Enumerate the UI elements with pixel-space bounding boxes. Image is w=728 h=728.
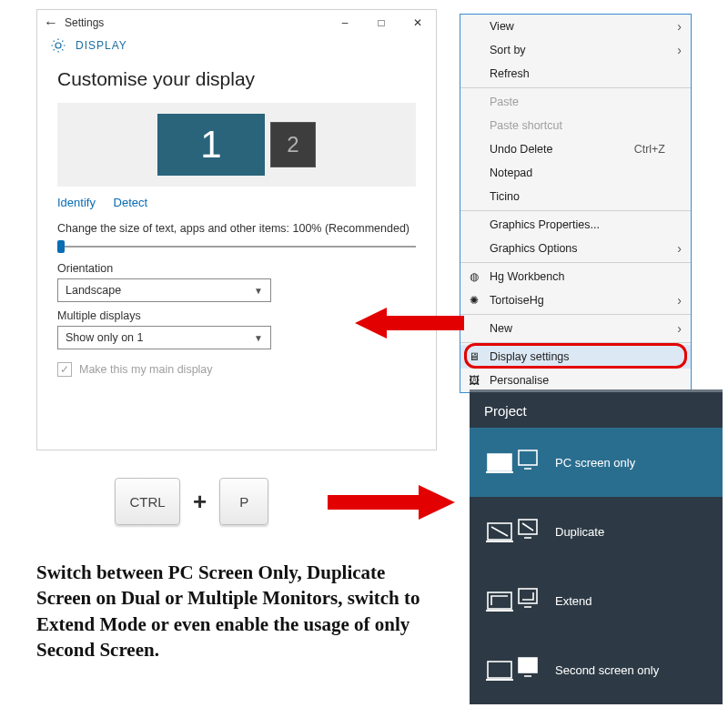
keyboard-shortcut: CTRL + P (115, 478, 268, 525)
context-item-label: Notepad (490, 167, 532, 179)
context-item-label: Refresh (490, 67, 530, 80)
context-item-graphics-properties-[interactable]: Graphics Properties... (460, 213, 691, 237)
svg-rect-2 (488, 454, 511, 470)
context-item-label: New (490, 322, 512, 335)
identify-link[interactable]: Identify (57, 196, 96, 209)
back-button[interactable]: ← (37, 15, 65, 31)
orientation-value: Landscape (66, 284, 121, 297)
page-heading: Customise your display (57, 68, 416, 90)
context-item-label: Undo Delete (490, 143, 553, 156)
projection-icon (486, 654, 539, 685)
tortoise-icon: ✺ (466, 294, 482, 307)
svg-rect-4 (519, 450, 537, 465)
gear-icon (50, 37, 66, 54)
scale-slider[interactable] (57, 240, 416, 253)
project-option-second-screen-only[interactable]: Second screen only (470, 635, 723, 704)
chevron-right-icon: › (677, 19, 682, 34)
svg-line-10 (522, 523, 533, 531)
close-button[interactable]: ✕ (399, 16, 436, 29)
context-item-label: Paste (490, 96, 519, 108)
titlebar: ← Settings – □ ✕ (37, 10, 436, 35)
multiple-displays-value: Show only on 1 (66, 331, 143, 344)
project-option-label: Second screen only (555, 663, 659, 677)
instruction-caption: Switch between PC Screen Only, Duplicate… (36, 560, 437, 662)
orientation-label: Orientation (57, 262, 416, 275)
project-option-label: Extend (555, 594, 592, 608)
ctrl-key: CTRL (115, 478, 180, 525)
context-item-label: View (490, 20, 514, 33)
settings-window: ← Settings – □ ✕ DISPLAY Customise your … (36, 9, 437, 450)
section-label: DISPLAY (76, 39, 127, 52)
project-panel: Project PC screen onlyDuplicateExtendSec… (470, 389, 723, 704)
context-item-display-settings[interactable]: 🖥Display settings (460, 345, 691, 369)
context-item-label: Hg Workbench (490, 270, 564, 283)
arrow-right (328, 482, 455, 522)
project-option-extend[interactable]: Extend (470, 566, 723, 635)
svg-marker-0 (355, 308, 464, 339)
context-item-sort-by[interactable]: Sort by› (460, 38, 691, 62)
main-display-label: Make this my main display (79, 363, 213, 376)
minimize-button[interactable]: – (327, 16, 363, 29)
main-display-checkbox: ✓ Make this my main display (57, 362, 416, 377)
scale-label: Change the size of text, apps and other … (57, 222, 416, 235)
project-option-label: Duplicate (555, 525, 604, 539)
chevron-right-icon: › (677, 321, 682, 336)
svg-rect-14 (519, 589, 537, 603)
orientation-select[interactable]: Landscape ▼ (57, 278, 271, 302)
projection-icon (486, 585, 539, 616)
plus-icon: + (193, 488, 207, 516)
context-item-new[interactable]: New› (460, 317, 691, 340)
chevron-right-icon: › (677, 43, 682, 57)
context-item-label: Paste shortcut (490, 119, 562, 132)
p-key: P (219, 478, 268, 525)
shortcut-label: Ctrl+Z (634, 143, 665, 156)
context-item-paste: Paste (460, 90, 691, 114)
personalise-icon: 🖼 (466, 374, 482, 387)
arrow-left (355, 305, 464, 341)
projection-icon (486, 516, 539, 547)
svg-marker-1 (328, 485, 455, 520)
project-title: Project (470, 392, 723, 428)
monitor-layout[interactable]: 1 2 (57, 103, 416, 187)
context-item-label: Personalise (490, 374, 549, 387)
maximize-button[interactable]: □ (363, 16, 399, 29)
detect-link[interactable]: Detect (114, 196, 148, 209)
context-item-label: Graphics Properties... (490, 218, 600, 231)
window-title: Settings (65, 16, 327, 29)
svg-rect-16 (488, 662, 511, 678)
context-item-refresh[interactable]: Refresh (460, 62, 691, 86)
context-item-undo-delete[interactable]: Undo DeleteCtrl+Z (460, 137, 691, 161)
chevron-right-icon: › (677, 293, 682, 308)
projection-icon (486, 447, 539, 478)
project-option-pc-screen-only[interactable]: PC screen only (470, 428, 723, 497)
context-item-label: TortoiseHg (490, 294, 544, 307)
context-item-tortoisehg[interactable]: ✺TortoiseHg› (460, 288, 691, 312)
monitor-2[interactable]: 2 (270, 122, 316, 167)
display-icon: 🖥 (466, 350, 482, 363)
context-item-graphics-options[interactable]: Graphics Options› (460, 237, 691, 260)
svg-rect-18 (519, 658, 537, 672)
hg-icon: ◍ (466, 270, 482, 283)
chevron-down-icon: ▼ (254, 333, 263, 343)
context-item-label: Display settings (490, 350, 570, 363)
monitor-1[interactable]: 1 (157, 114, 265, 176)
multiple-displays-select[interactable]: Show only on 1 ▼ (57, 326, 271, 349)
context-item-hg-workbench[interactable]: ◍Hg Workbench (460, 265, 691, 288)
chevron-right-icon: › (677, 241, 682, 256)
checkbox-icon: ✓ (57, 362, 72, 377)
desktop-context-menu: View›Sort by›RefreshPastePaste shortcutU… (460, 14, 692, 393)
context-item-view[interactable]: View› (460, 15, 691, 38)
chevron-down-icon: ▼ (254, 286, 263, 296)
project-option-label: PC screen only (555, 456, 635, 470)
context-item-label: Sort by (490, 44, 526, 56)
context-item-label: Graphics Options (490, 242, 578, 255)
context-item-paste-shortcut: Paste shortcut (460, 114, 691, 137)
context-item-ticino[interactable]: Ticino (460, 185, 691, 208)
project-option-duplicate[interactable]: Duplicate (470, 497, 723, 566)
svg-line-8 (491, 527, 508, 536)
context-item-notepad[interactable]: Notepad (460, 161, 691, 185)
context-item-label: Ticino (490, 190, 520, 203)
section-header: DISPLAY (37, 35, 436, 61)
